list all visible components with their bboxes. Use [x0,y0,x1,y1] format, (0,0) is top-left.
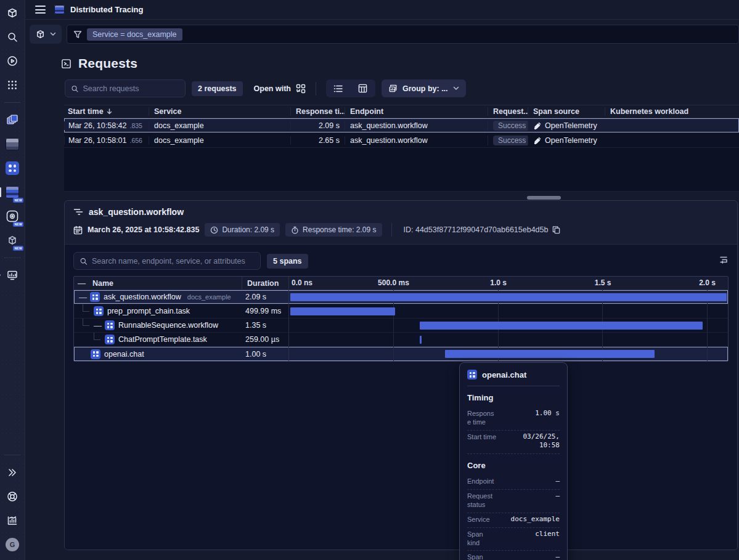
col-span-source[interactable]: Span source [528,107,605,116]
table-empty-area [64,148,739,192]
span-service-icon [467,370,477,379]
duration-column-header[interactable]: Duration [242,277,288,290]
span-row[interactable]: ChatPromptTemplate.task 259.00 µs [74,333,728,347]
span-bar[interactable] [445,350,655,358]
span-bar[interactable] [420,322,703,330]
service-map-icon[interactable] [4,160,21,177]
hosts-icon[interactable] [4,136,21,153]
response-time-badge: Response time: 2.09 s [285,223,382,237]
row-label: Span kind [467,530,497,548]
span-timeline [288,347,728,361]
tree-connector [83,304,89,312]
span-row[interactable]: — RunnableSequence.workflow 1.35 s [74,319,728,333]
opentelemetry-icon [533,121,542,130]
tooltip-row: Response time 1.00 s [467,407,560,431]
tooltip-core-heading: Core [467,461,560,470]
span-timeline [288,319,728,332]
col-endpoint[interactable]: Endpoint [345,107,488,116]
table-row[interactable]: Mar 26, 10:58:01.656 docs_example 2.65 s… [64,133,739,148]
span-duration: 2.09 s [242,290,288,304]
span-service-icon [91,349,100,359]
reports-icon[interactable] [4,512,21,529]
col-service[interactable]: Service [149,107,290,116]
name-column-header[interactable]: Name [92,279,113,288]
span-search[interactable] [73,252,261,270]
axis-tick: 1.5 s [595,278,611,287]
span-search-input[interactable] [92,257,255,266]
row-label: Service [467,515,497,524]
help-icon[interactable] [4,488,21,505]
hamburger-menu-icon[interactable] [35,6,46,14]
start-time-ms: .835 [130,122,142,129]
panel-resize-handle[interactable] [527,196,561,200]
app-logo-icon[interactable] [4,4,21,22]
tooltip-row: Request status – [467,490,560,513]
span-row[interactable]: openai.chat 1.00 s [74,347,728,361]
table-view-button[interactable] [351,79,375,97]
requests-search[interactable] [65,79,186,97]
search-icon [80,257,88,266]
span-bar[interactable] [290,307,394,315]
expand-sidebar-icon[interactable] [4,464,21,481]
search-icon [71,84,78,93]
service: docs_example [149,136,290,145]
span-timeline [288,333,728,346]
status-badge: Success [493,121,528,131]
collapse-all-icon[interactable]: — [78,278,85,288]
waterfall-header: — Name Duration 0.0 ns 500.0 ms 1.0 s 1.… [74,277,728,290]
span-timeline [288,304,728,318]
row-label: Endpoint [467,477,497,485]
span-row[interactable]: — ask_question.workflow docs_example 2.0… [74,290,728,304]
endpoint: ask_question.workflow [345,136,488,145]
scope-selector-button[interactable] [30,25,62,44]
span-name: openai.chat [104,350,144,359]
filter-pill[interactable]: Service = docs_example [87,28,182,41]
endpoint: ask_question.workflow [345,121,488,130]
tree-connector [94,333,100,340]
opentelemetry-icon [533,136,542,145]
tree-connector [83,319,89,326]
user-avatar[interactable]: G [4,536,21,553]
span-name: RunnableSequence.workflow [118,321,218,330]
apps-grid-icon[interactable] [4,76,21,94]
pipelines-icon[interactable] [4,52,21,70]
requests-search-input[interactable] [83,84,179,93]
cube-icon [35,29,46,39]
requests-table: Start time Service Response ti... Endpoi… [64,105,739,192]
table-row[interactable]: Mar 26, 10:58:42.835 docs_example 2.09 s… [64,118,739,133]
dashboards-icon[interactable] [4,267,21,284]
span-bar[interactable] [290,293,727,301]
span-source: OpenTelemetry [545,136,597,145]
status-badge: Success [493,136,528,145]
settings-gear-icon[interactable]: NEW [4,208,21,225]
col-request-status[interactable]: Request... [488,107,528,116]
col-kubernetes-workload[interactable]: Kubernetes workload [605,107,739,116]
span-row[interactable]: prep_prompt_chain.task 499.99 ms [74,304,728,319]
span-bar[interactable] [420,336,422,344]
chevron-down-icon [50,32,56,36]
open-with-button[interactable]: Open with [254,84,306,94]
sidebar-dotted-divider [4,258,20,258]
collapse-toggle[interactable]: — [79,293,86,302]
list-view-button[interactable] [326,79,351,97]
collapse-toggle[interactable]: — [94,321,101,330]
col-start-time[interactable]: Start time [64,107,149,116]
col-response-time[interactable]: Response ti... [290,107,345,116]
sidebar-bottom-divider [4,455,20,455]
waterfall-options-button[interactable] [717,256,729,266]
request-count-badge[interactable]: 2 requests [192,81,243,96]
filter-query-input[interactable]: Service = docs_example [67,25,739,44]
infrastructure-icon[interactable] [4,112,21,129]
span-service-icon [105,320,115,330]
sidebar-item-distributed-tracing[interactable]: NEW [4,184,21,201]
axis-tick: 2.0 s [699,278,716,287]
kubernetes-explorer-icon[interactable]: NEW [4,232,21,249]
span-count-badge[interactable]: 5 spans [267,254,308,269]
active-indicator [0,187,1,197]
row-value: – [555,477,560,486]
new-badge: NEW [13,222,23,227]
group-by-button[interactable]: Group by: ... [382,79,466,97]
search-nav-icon[interactable] [4,28,21,46]
copy-icon[interactable] [552,225,560,234]
span-timeline [288,290,728,304]
